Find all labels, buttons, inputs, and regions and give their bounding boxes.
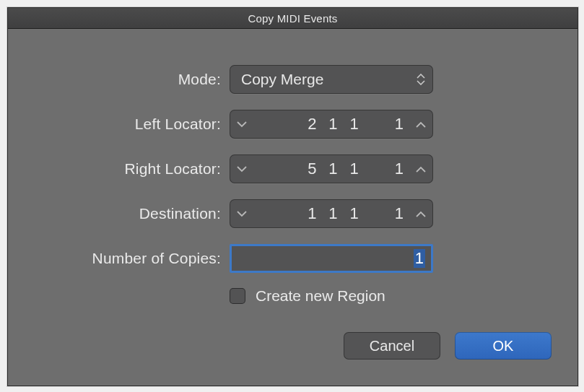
label-destination: Destination: xyxy=(8,205,230,222)
right-locator-decrement[interactable] xyxy=(230,154,254,183)
chevron-down-icon xyxy=(237,166,247,173)
row-right-locator: Right Locator: 5 1 1 1 xyxy=(8,154,578,183)
right-locator-tick: 1 xyxy=(384,160,404,178)
label-right-locator: Right Locator: xyxy=(8,160,230,178)
titlebar: Copy MIDI Events xyxy=(8,8,578,29)
label-number-of-copies: Number of Copies: xyxy=(8,250,230,267)
right-locator-beat: 1 xyxy=(326,160,341,178)
chevron-up-icon xyxy=(416,211,426,217)
number-of-copies-field[interactable]: 1 xyxy=(230,244,433,273)
destination-value[interactable]: 1 1 1 1 xyxy=(254,204,409,223)
button-row: Cancel OK xyxy=(8,332,578,360)
cancel-button[interactable]: Cancel xyxy=(344,332,440,360)
chevron-down-icon xyxy=(237,211,247,217)
left-locator-increment[interactable] xyxy=(409,110,433,139)
updown-arrows-icon xyxy=(416,72,426,87)
row-destination: Destination: 1 1 1 1 xyxy=(8,199,578,228)
create-new-region-label: Create new Region xyxy=(256,287,385,305)
right-locator-increment[interactable] xyxy=(409,154,433,183)
right-locator-bar: 5 xyxy=(305,160,321,178)
destination-division: 1 xyxy=(347,204,362,223)
dialog-window: Copy MIDI Events Mode: Copy Merge Left L… xyxy=(7,7,578,386)
left-locator-division: 1 xyxy=(347,115,362,134)
destination-tick: 1 xyxy=(384,204,404,223)
mode-value: Copy Merge xyxy=(241,71,323,88)
label-left-locator: Left Locator: xyxy=(8,116,230,133)
row-create-new-region: Create new Region xyxy=(230,287,578,305)
left-locator-value[interactable]: 2 1 1 1 xyxy=(254,115,409,134)
chevron-up-icon xyxy=(416,166,426,173)
row-mode: Mode: Copy Merge xyxy=(8,65,578,94)
cancel-button-label: Cancel xyxy=(370,338,414,354)
left-locator-bar: 2 xyxy=(305,115,321,134)
window-title: Copy MIDI Events xyxy=(248,12,337,25)
destination-bar: 1 xyxy=(305,204,321,223)
left-locator-beat: 1 xyxy=(326,115,341,134)
right-locator-division: 1 xyxy=(347,160,362,178)
right-locator-stepper[interactable]: 5 1 1 1 xyxy=(230,154,433,183)
destination-increment[interactable] xyxy=(409,199,433,228)
dialog-content: Mode: Copy Merge Left Locator: 2 1 xyxy=(8,29,578,360)
right-locator-value[interactable]: 5 1 1 1 xyxy=(254,160,409,178)
row-number-of-copies: Number of Copies: 1 xyxy=(8,244,578,273)
create-new-region-checkbox[interactable] xyxy=(230,288,245,304)
left-locator-decrement[interactable] xyxy=(230,110,254,139)
destination-beat: 1 xyxy=(326,204,341,223)
left-locator-stepper[interactable]: 2 1 1 1 xyxy=(230,110,433,139)
label-mode: Mode: xyxy=(8,71,230,88)
destination-stepper[interactable]: 1 1 1 1 xyxy=(230,199,433,228)
ok-button[interactable]: OK xyxy=(455,332,552,360)
destination-decrement[interactable] xyxy=(230,199,254,228)
chevron-up-icon xyxy=(416,121,426,128)
ok-button-label: OK xyxy=(493,338,514,354)
left-locator-tick: 1 xyxy=(384,115,404,134)
chevron-down-icon xyxy=(237,121,247,128)
number-of-copies-value: 1 xyxy=(414,249,425,268)
row-left-locator: Left Locator: 2 1 1 1 xyxy=(8,110,578,139)
mode-popup[interactable]: Copy Merge xyxy=(230,65,433,94)
